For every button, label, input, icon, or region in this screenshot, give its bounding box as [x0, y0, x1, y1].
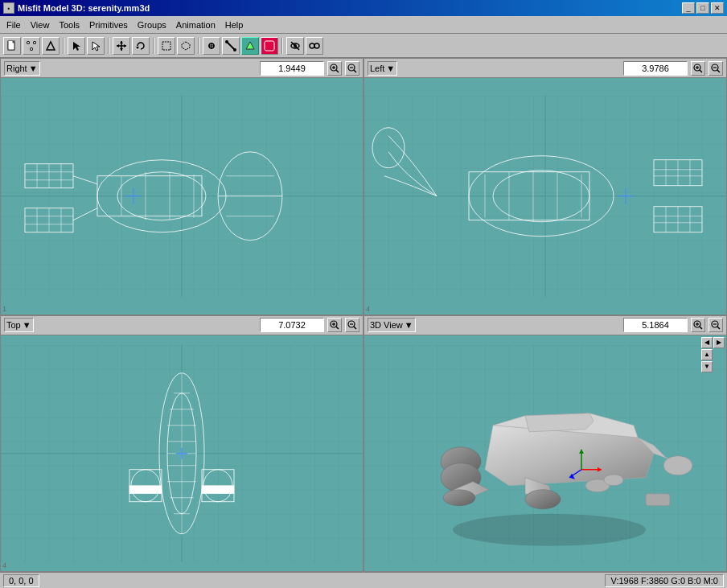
toolbar-separator-2: [108, 38, 109, 54]
toolbar-vertex[interactable]: [203, 37, 220, 55]
toolbar-btn-2[interactable]: [23, 37, 40, 55]
toolbar-rotate[interactable]: [132, 37, 150, 55]
viewport-left-canvas[interactable]: 4: [364, 78, 726, 315]
viewport-3d-canvas[interactable]: ◀ ▶ ▲ ▼: [364, 335, 726, 572]
svg-line-35: [336, 70, 339, 72]
svg-marker-15: [124, 44, 126, 47]
window-title: Misfit Model 3D: serenity.mm3d: [18, 3, 150, 13]
svg-point-24: [233, 48, 236, 51]
view-select-3d[interactable]: 3D View ▼: [368, 318, 416, 332]
svg-point-23: [225, 40, 228, 43]
zoom-in-left[interactable]: [691, 61, 705, 76]
viewport-corner-label-1: 1: [2, 305, 6, 313]
menu-primitives[interactable]: Primitives: [84, 19, 133, 31]
svg-line-105: [336, 327, 339, 329]
menu-tools[interactable]: Tools: [54, 19, 84, 31]
svg-rect-17: [162, 42, 170, 50]
toolbar-btn-1[interactable]: [3, 37, 21, 55]
status-stats: V:1968 F:3860 G:0 B:0 M:0: [605, 574, 724, 587]
viewport-top-header: Top ▼: [1, 316, 363, 335]
title-bar: ▪ Misfit Model 3D: serenity.mm3d _ □ ✕: [0, 0, 727, 16]
scroll-left-button[interactable]: ◀: [701, 337, 713, 348]
menu-groups[interactable]: Groups: [133, 19, 171, 31]
toolbar-separator-4: [198, 38, 199, 54]
maximize-button[interactable]: □: [696, 2, 709, 14]
zoom-input-right[interactable]: [260, 61, 324, 76]
zoom-input-top[interactable]: [260, 318, 324, 332]
toolbar-btn-5[interactable]: [87, 37, 105, 55]
dropdown-arrow-right: ▼: [29, 64, 38, 73]
title-controls[interactable]: _ □ ✕: [682, 2, 724, 14]
3d-scroll-buttons: ◀ ▶ ▲ ▼: [701, 337, 725, 372]
toolbar-sphere[interactable]: [261, 37, 278, 55]
toolbar-separator-1: [63, 38, 64, 54]
scroll-right-button[interactable]: ▶: [713, 337, 725, 348]
svg-marker-16: [136, 47, 139, 49]
viewport-right-header: Right ▼: [1, 59, 363, 78]
zoom-in-3d[interactable]: [691, 318, 705, 332]
toolbar-btn-3[interactable]: [42, 37, 60, 55]
zoom-input-left[interactable]: [623, 61, 688, 76]
svg-point-144: [663, 455, 692, 475]
menu-help[interactable]: Help: [220, 19, 248, 31]
svg-point-140: [453, 513, 646, 545]
svg-rect-26: [265, 41, 274, 51]
zoom-out-left[interactable]: [709, 61, 723, 76]
view-name-right: Right: [6, 64, 27, 73]
svg-line-138: [717, 327, 720, 329]
menu-animation[interactable]: Animation: [171, 19, 220, 31]
svg-point-7: [34, 42, 35, 43]
toolbar-separator-5: [281, 38, 283, 54]
zoom-input-3d[interactable]: [623, 318, 688, 332]
toolbar-btn-4[interactable]: [68, 37, 85, 55]
scroll-down-button[interactable]: ▼: [701, 361, 713, 372]
zoom-out-right[interactable]: [345, 61, 359, 76]
toolbar-weld[interactable]: [306, 37, 323, 55]
svg-rect-148: [646, 493, 670, 505]
viewport-row-bottom: Top ▼: [0, 315, 727, 573]
main-viewport-area: Right ▼: [0, 58, 727, 572]
toolbar-box[interactable]: [158, 37, 175, 55]
view-select-left[interactable]: Left ▼: [368, 61, 397, 76]
toolbar-edge[interactable]: [222, 37, 240, 55]
svg-line-135: [700, 327, 702, 329]
toolbar-poly[interactable]: [177, 37, 195, 55]
svg-line-72: [700, 70, 702, 72]
minimize-button[interactable]: _: [682, 2, 695, 14]
zoom-in-top[interactable]: [327, 318, 342, 332]
viewport-corner-label-4: 4: [366, 305, 370, 313]
toolbar-face[interactable]: [241, 37, 259, 55]
viewport-right-canvas[interactable]: 1: [1, 78, 363, 315]
svg-point-8: [31, 48, 32, 50]
close-button[interactable]: ✕: [711, 2, 724, 14]
viewport-top: Top ▼: [0, 315, 364, 573]
zoom-out-top[interactable]: [345, 318, 359, 332]
svg-marker-12: [120, 41, 123, 43]
status-bar: 0, 0, 0 V:1968 F:3860 G:0 B:0 M:0: [0, 572, 727, 588]
svg-point-30: [310, 43, 314, 48]
viewport-right: Right ▼: [0, 58, 364, 315]
view-select-right[interactable]: Right ▼: [4, 61, 40, 76]
viewport-3d: 3D View ▼: [364, 315, 727, 573]
zoom-out-3d[interactable]: [709, 318, 723, 332]
scroll-up-button[interactable]: ▲: [701, 349, 713, 360]
toolbar-hide[interactable]: [286, 37, 304, 55]
view-select-top[interactable]: Top ▼: [4, 318, 34, 332]
status-coords: 0, 0, 0: [3, 574, 39, 587]
svg-line-22: [227, 42, 235, 50]
svg-marker-9: [47, 42, 55, 50]
menu-file[interactable]: File: [2, 19, 26, 31]
view-name-top: Top: [6, 320, 21, 330]
svg-marker-13: [120, 48, 123, 51]
zoom-in-right[interactable]: [327, 61, 342, 76]
menu-bar: File View Tools Primitives Groups Animat…: [0, 16, 727, 34]
app-icon: ▪: [3, 2, 14, 14]
viewport-left: Left ▼: [364, 58, 727, 315]
toolbar-move[interactable]: [113, 37, 130, 55]
viewport-3d-header: 3D View ▼: [364, 316, 726, 335]
svg-marker-14: [117, 44, 119, 47]
menu-view[interactable]: View: [26, 19, 55, 31]
viewport-top-canvas[interactable]: 4: [1, 335, 363, 572]
svg-line-75: [717, 70, 720, 72]
viewport-corner-label-2: 4: [2, 561, 6, 569]
